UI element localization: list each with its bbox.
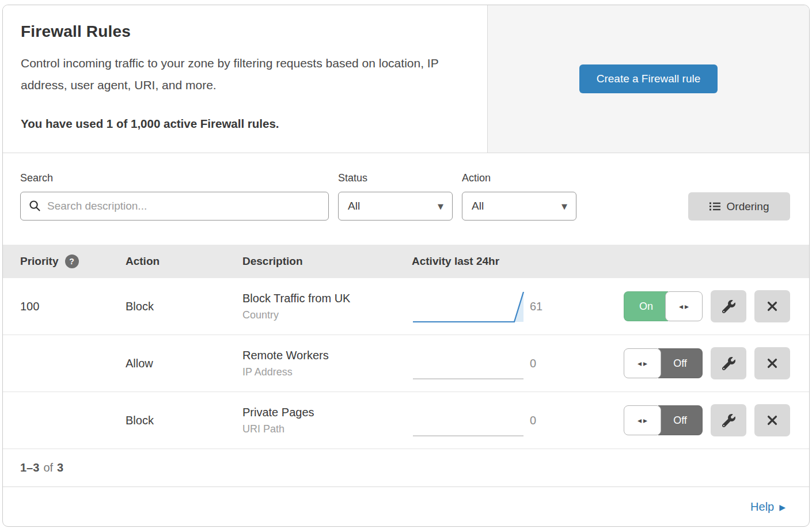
search-icon xyxy=(29,200,41,212)
column-description: Description xyxy=(242,255,412,268)
firewall-rules-card: Firewall Rules Control incoming traffic … xyxy=(2,5,810,527)
ordering-list-icon xyxy=(709,201,720,212)
table-header: Priority ? Action Description Activity l… xyxy=(3,245,809,278)
chevron-down-icon: ▼ xyxy=(561,202,567,211)
search-field-wrap xyxy=(20,192,329,221)
column-action: Action xyxy=(126,255,242,268)
activity-count: 0 xyxy=(530,414,571,427)
toggle-state-label: On xyxy=(624,291,668,321)
action-label: Action xyxy=(462,172,576,184)
rule-priority: 100 xyxy=(20,300,126,313)
ordering-button-label: Ordering xyxy=(727,200,769,213)
rule-match-type: IP Address xyxy=(242,366,412,378)
delete-rule-button[interactable] xyxy=(754,290,790,322)
close-icon xyxy=(766,300,779,313)
toggle-handle[interactable]: ◂▸ xyxy=(624,405,661,435)
search-group: Search xyxy=(20,172,329,221)
toggle-handle[interactable]: ◂▸ xyxy=(665,291,703,321)
wrench-icon xyxy=(722,300,735,313)
help-link-label: Help xyxy=(750,500,774,514)
rule-toggle[interactable]: ◂▸ Off xyxy=(624,405,703,435)
rule-description: Private Pages xyxy=(242,406,412,419)
toggle-handle[interactable]: ◂▸ xyxy=(624,348,661,378)
chevron-down-icon: ▼ xyxy=(438,202,443,211)
status-filter-group: Status All ▼ xyxy=(338,172,453,221)
action-select[interactable]: All ▼ xyxy=(462,192,576,221)
priority-help-icon[interactable]: ? xyxy=(65,254,79,268)
close-icon xyxy=(766,414,779,427)
delete-rule-button[interactable] xyxy=(754,404,790,436)
activity-sparkline xyxy=(412,399,530,442)
page-header-text: Firewall Rules Control incoming traffic … xyxy=(3,5,487,153)
wrench-icon xyxy=(722,357,735,370)
toggle-state-label: Off xyxy=(658,405,703,435)
status-label: Status xyxy=(338,172,453,184)
rule-match-type: Country xyxy=(242,309,412,321)
toggle-state-label: Off xyxy=(658,348,703,378)
rule-action: Allow xyxy=(126,357,242,370)
edit-rule-button[interactable] xyxy=(711,347,746,379)
create-rule-panel: Create a Firewall rule xyxy=(487,5,809,153)
close-icon xyxy=(766,357,779,370)
status-selected-value: All xyxy=(348,200,360,212)
delete-rule-button[interactable] xyxy=(754,347,790,379)
arrow-right-icon: ▶ xyxy=(779,501,786,512)
edit-rule-button[interactable] xyxy=(711,404,746,436)
column-priority: Priority xyxy=(20,255,59,268)
table-row: Block Private Pages URI Path 0 ◂▸ Off xyxy=(3,392,809,449)
rule-action: Block xyxy=(126,300,242,313)
rule-description: Remote Workers xyxy=(242,349,412,362)
activity-count: 0 xyxy=(530,357,571,370)
wrench-icon xyxy=(722,414,735,427)
rule-toggle[interactable]: ◂▸ Off xyxy=(624,348,703,378)
page-title: Firewall Rules xyxy=(21,22,469,41)
search-input[interactable] xyxy=(20,192,329,221)
rule-toggle[interactable]: On ◂▸ xyxy=(624,291,703,321)
filter-bar: Search Status All ▼ Action All ▼ xyxy=(3,153,809,245)
pagination-range: 1–3 xyxy=(20,461,39,474)
action-filter-group: Action All ▼ xyxy=(462,172,576,221)
status-select[interactable]: All ▼ xyxy=(338,192,453,221)
help-link[interactable]: Help ▶ xyxy=(750,500,786,514)
usage-note: You have used 1 of 1,000 active Firewall… xyxy=(21,117,469,131)
table-row: Allow Remote Workers IP Address 0 ◂▸ Off xyxy=(3,335,809,392)
search-label: Search xyxy=(20,172,329,184)
table-row: 100 Block Block Traffic from UK Country … xyxy=(3,278,809,335)
pagination-total: 3 xyxy=(57,461,63,474)
pagination-bar: 1–3 of 3 xyxy=(3,449,809,487)
activity-sparkline xyxy=(412,342,530,385)
activity-sparkline xyxy=(412,285,530,328)
page-description: Control incoming traffic to your zone by… xyxy=(21,52,464,96)
rule-match-type: URI Path xyxy=(242,423,412,435)
rule-description: Block Traffic from UK xyxy=(242,292,412,305)
create-firewall-rule-button[interactable]: Create a Firewall rule xyxy=(579,64,718,93)
activity-count: 61 xyxy=(530,300,571,313)
rule-action: Block xyxy=(126,414,242,427)
action-selected-value: All xyxy=(472,200,484,212)
ordering-button[interactable]: Ordering xyxy=(688,192,790,221)
page-header: Firewall Rules Control incoming traffic … xyxy=(3,5,809,153)
help-bar: Help ▶ xyxy=(3,487,809,526)
column-activity: Activity last 24hr xyxy=(412,255,809,268)
pagination-of: of xyxy=(43,461,53,474)
edit-rule-button[interactable] xyxy=(711,290,746,322)
